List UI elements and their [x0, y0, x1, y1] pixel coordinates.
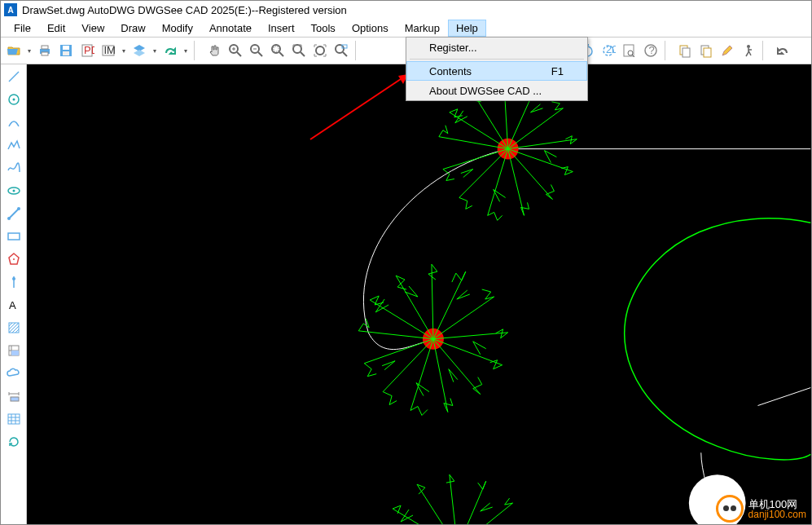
- dimension-tool[interactable]: [5, 387, 23, 405]
- svg-line-46: [9, 209, 19, 218]
- polyline-tool[interactable]: [5, 136, 23, 154]
- rectangle-tool[interactable]: [5, 227, 23, 245]
- svg-text:IMG: IMG: [104, 44, 116, 56]
- paste-button[interactable]: [696, 41, 716, 60]
- menu-bar: File Edit View Draw Modify Annotate Inse…: [1, 19, 811, 37]
- timer-button[interactable]: 20: [599, 41, 618, 60]
- svg-text:A: A: [9, 299, 16, 311]
- pdf-export-button[interactable]: PDF: [77, 41, 97, 60]
- text-tool[interactable]: A: [5, 296, 23, 314]
- svg-rect-19: [274, 46, 279, 51]
- export-dropdown[interactable]: ▾: [120, 47, 128, 55]
- zoom-out-button[interactable]: [247, 41, 266, 60]
- block-tool[interactable]: [5, 342, 23, 360]
- hatch-tool[interactable]: [5, 319, 23, 337]
- draw-sidebar: A: [1, 64, 27, 524]
- menu-options[interactable]: Options: [344, 20, 397, 37]
- help-dropdown: Register... Contents F1 About DWGSee CAD…: [406, 37, 588, 101]
- layers-dropdown[interactable]: ▾: [151, 47, 159, 55]
- line-tool[interactable]: [5, 68, 23, 86]
- menu-help[interactable]: Help: [448, 20, 486, 37]
- zoom-extents-button[interactable]: [289, 41, 309, 60]
- copy-button[interactable]: [675, 41, 695, 60]
- menu-modify[interactable]: Modify: [154, 20, 201, 37]
- svg-point-22: [316, 46, 324, 55]
- svg-rect-59: [8, 414, 20, 424]
- zoom-all-button[interactable]: [310, 41, 330, 60]
- title-bar: A DrawSet.dwg AutoDWG DWGSee CAD 2025(E:…: [1, 1, 811, 19]
- menu-annotate[interactable]: Annotate: [201, 20, 260, 37]
- search-button[interactable]: [620, 41, 639, 60]
- svg-rect-4: [63, 46, 69, 50]
- zoom-window-button[interactable]: [268, 41, 287, 60]
- zoom-area-button[interactable]: [331, 41, 351, 60]
- svg-line-21: [301, 52, 305, 56]
- help-register[interactable]: Register...: [406, 38, 587, 57]
- help-register-label: Register...: [429, 42, 477, 54]
- ellipse-tool[interactable]: [5, 182, 23, 200]
- refresh-tool[interactable]: [5, 433, 23, 451]
- redo-dropdown[interactable]: ▾: [182, 47, 190, 55]
- spline-tool[interactable]: [5, 159, 23, 177]
- svg-rect-49: [8, 233, 20, 240]
- save-button[interactable]: [56, 41, 76, 60]
- arc-tool[interactable]: [5, 113, 23, 131]
- svg-line-18: [279, 52, 283, 56]
- svg-rect-2: [42, 52, 48, 55]
- help-about-label: About DWGSee CAD ...: [429, 85, 542, 97]
- svg-line-24: [343, 52, 347, 56]
- svg-point-40: [747, 45, 750, 48]
- help-about[interactable]: About DWGSee CAD ...: [406, 81, 587, 100]
- svg-rect-37: [683, 48, 690, 57]
- zoom-in-button[interactable]: [226, 41, 245, 60]
- menu-separator: [410, 59, 584, 60]
- svg-point-53: [12, 277, 15, 280]
- svg-point-47: [7, 217, 11, 220]
- menu-draw[interactable]: Draw: [112, 20, 153, 37]
- help-contents-shortcut: F1: [551, 65, 564, 77]
- svg-line-63: [310, 74, 408, 139]
- svg-rect-39: [704, 48, 711, 57]
- redo-button[interactable]: [160, 41, 180, 60]
- pan-button[interactable]: [204, 41, 224, 60]
- svg-text:?: ?: [649, 44, 655, 56]
- app-icon: A: [4, 3, 17, 16]
- help-button[interactable]: ?: [641, 41, 661, 60]
- menu-view[interactable]: View: [73, 20, 112, 37]
- polygon-tool[interactable]: [5, 250, 23, 268]
- circle-tool[interactable]: [5, 90, 23, 108]
- svg-point-20: [293, 45, 301, 53]
- svg-point-43: [12, 99, 15, 101]
- brush-button[interactable]: [718, 41, 737, 60]
- open-dropdown[interactable]: ▾: [25, 47, 33, 55]
- watermark-line2: danji100.com: [748, 510, 806, 519]
- svg-point-48: [17, 207, 20, 210]
- open-button[interactable]: [4, 41, 24, 60]
- svg-rect-1: [42, 46, 48, 49]
- walk-button[interactable]: [739, 41, 758, 60]
- img-export-button[interactable]: IMG: [99, 41, 118, 60]
- watermark: 单机100网 danji100.com: [716, 495, 806, 523]
- print-button[interactable]: [35, 41, 55, 60]
- undo-button[interactable]: [773, 41, 792, 60]
- watermark-line1: 单机100网: [748, 499, 806, 510]
- watermark-icon: [716, 495, 744, 523]
- svg-line-15: [258, 52, 262, 56]
- svg-rect-58: [11, 397, 19, 401]
- svg-rect-5: [63, 51, 69, 55]
- marker-tool[interactable]: [5, 273, 23, 291]
- cloud-tool[interactable]: [5, 364, 23, 382]
- layers-button[interactable]: [129, 41, 149, 60]
- menu-tools[interactable]: Tools: [303, 20, 344, 37]
- point-tool[interactable]: [5, 205, 23, 223]
- help-contents-label: Contents: [429, 65, 472, 77]
- svg-point-45: [12, 190, 15, 192]
- window-title: DrawSet.dwg AutoDWG DWGSee CAD 2025(E:)-…: [22, 4, 347, 16]
- menu-insert[interactable]: Insert: [260, 20, 303, 37]
- svg-line-11: [237, 52, 241, 56]
- table-tool[interactable]: [5, 410, 23, 428]
- menu-markup[interactable]: Markup: [397, 20, 448, 37]
- menu-file[interactable]: File: [6, 20, 39, 37]
- help-contents[interactable]: Contents F1: [406, 61, 587, 81]
- menu-edit[interactable]: Edit: [39, 20, 73, 37]
